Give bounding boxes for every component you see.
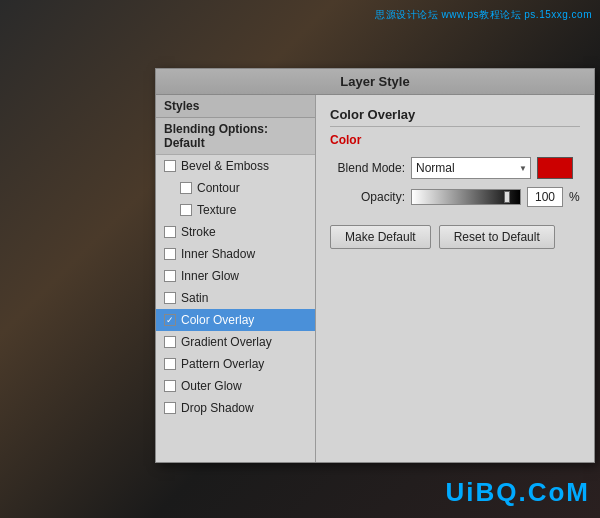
texture-checkbox[interactable] — [180, 204, 192, 216]
layer-style-dialog: Layer Style Styles Blending Options: Def… — [155, 68, 595, 463]
sidebar-item-inner-glow[interactable]: Inner Glow — [156, 265, 315, 287]
sidebar-item-pattern-overlay[interactable]: Pattern Overlay — [156, 353, 315, 375]
color-swatch[interactable] — [537, 157, 573, 179]
make-default-button[interactable]: Make Default — [330, 225, 431, 249]
slider-thumb — [504, 191, 510, 203]
color-overlay-label: Color Overlay — [181, 313, 254, 327]
gradient-overlay-label: Gradient Overlay — [181, 335, 272, 349]
texture-label: Texture — [197, 203, 236, 217]
dialog-titlebar: Layer Style — [156, 69, 594, 95]
inner-glow-checkbox[interactable] — [164, 270, 176, 282]
styles-panel: Styles Blending Options: Default Bevel &… — [156, 95, 316, 462]
color-overlay-checkbox[interactable] — [164, 314, 176, 326]
blending-options-label: Blending Options: Default — [164, 122, 307, 150]
satin-label: Satin — [181, 291, 208, 305]
bevel-emboss-checkbox[interactable] — [164, 160, 176, 172]
sidebar-item-blending-options[interactable]: Blending Options: Default — [156, 118, 315, 155]
inner-shadow-label: Inner Shadow — [181, 247, 255, 261]
styles-panel-header: Styles — [156, 95, 315, 118]
watermark-bottom: UiBQ.CoM — [445, 477, 590, 508]
contour-checkbox[interactable] — [180, 182, 192, 194]
blend-mode-row: Blend Mode: Normal Dissolve Multiply Scr… — [330, 157, 580, 179]
sidebar-item-color-overlay[interactable]: Color Overlay — [156, 309, 315, 331]
sidebar-item-stroke[interactable]: Stroke — [156, 221, 315, 243]
subsection-title: Color — [330, 133, 580, 147]
section-title: Color Overlay — [330, 107, 580, 127]
bevel-emboss-label: Bevel & Emboss — [181, 159, 269, 173]
outer-glow-checkbox[interactable] — [164, 380, 176, 392]
blend-mode-select-wrapper: Normal Dissolve Multiply Screen Overlay — [411, 157, 531, 179]
contour-label: Contour — [197, 181, 240, 195]
percent-sign: % — [569, 190, 580, 204]
drop-shadow-label: Drop Shadow — [181, 401, 254, 415]
buttons-row: Make Default Reset to Default — [330, 225, 580, 249]
sidebar-item-satin[interactable]: Satin — [156, 287, 315, 309]
watermark-top: 思源设计论坛 www.ps教程论坛 ps.15xxg.com — [375, 8, 592, 22]
blend-mode-label: Blend Mode: — [330, 161, 405, 175]
inner-glow-label: Inner Glow — [181, 269, 239, 283]
reset-default-button[interactable]: Reset to Default — [439, 225, 555, 249]
opacity-row: Opacity: % — [330, 187, 580, 207]
pattern-overlay-checkbox[interactable] — [164, 358, 176, 370]
outer-glow-label: Outer Glow — [181, 379, 242, 393]
opacity-slider[interactable] — [411, 189, 521, 205]
sidebar-item-inner-shadow[interactable]: Inner Shadow — [156, 243, 315, 265]
sidebar-item-contour[interactable]: Contour — [156, 177, 315, 199]
opacity-label: Opacity: — [330, 190, 405, 204]
pattern-overlay-label: Pattern Overlay — [181, 357, 264, 371]
stroke-label: Stroke — [181, 225, 216, 239]
sidebar-item-bevel-emboss[interactable]: Bevel & Emboss — [156, 155, 315, 177]
blend-mode-select[interactable]: Normal Dissolve Multiply Screen Overlay — [411, 157, 531, 179]
sidebar-item-drop-shadow[interactable]: Drop Shadow — [156, 397, 315, 419]
drop-shadow-checkbox[interactable] — [164, 402, 176, 414]
stroke-checkbox[interactable] — [164, 226, 176, 238]
sidebar-item-gradient-overlay[interactable]: Gradient Overlay — [156, 331, 315, 353]
dialog-body: Styles Blending Options: Default Bevel &… — [156, 95, 594, 462]
sidebar-item-texture[interactable]: Texture — [156, 199, 315, 221]
dialog-title: Layer Style — [340, 74, 409, 89]
right-panel: Color Overlay Color Blend Mode: Normal D… — [316, 95, 594, 462]
gradient-overlay-checkbox[interactable] — [164, 336, 176, 348]
satin-checkbox[interactable] — [164, 292, 176, 304]
opacity-input[interactable] — [527, 187, 563, 207]
sidebar-item-outer-glow[interactable]: Outer Glow — [156, 375, 315, 397]
inner-shadow-checkbox[interactable] — [164, 248, 176, 260]
